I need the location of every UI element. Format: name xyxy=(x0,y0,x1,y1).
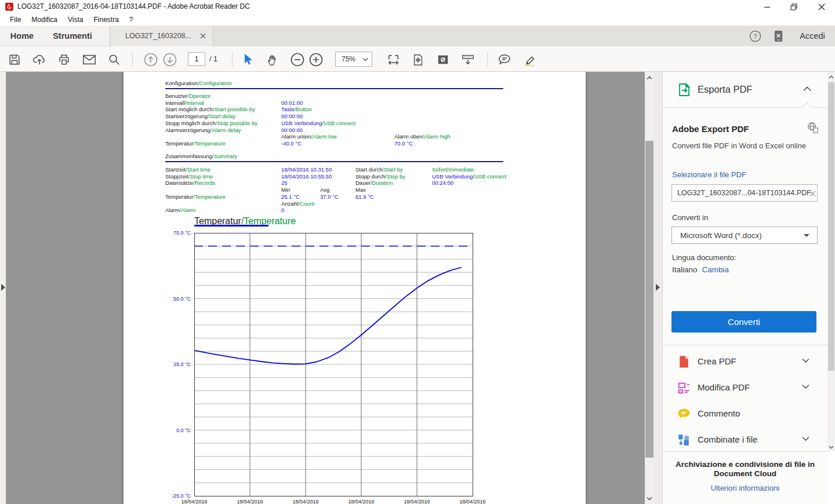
next-page-button[interactable] xyxy=(161,51,179,68)
export-pdf-subtitle: Converti file PDF in Word o Excel online xyxy=(672,141,806,150)
zoom-in-button[interactable] xyxy=(307,51,325,68)
pdf-cell: 18/04/2016 10.31.50 xyxy=(281,166,332,173)
fullscreen-icon xyxy=(437,53,449,66)
pdf-cell: Alarmverzögerung/Alarm delay xyxy=(165,127,241,133)
panel-scrollbar-thumb[interactable] xyxy=(828,82,834,371)
x-axis-tick-label: 18/04/2016 xyxy=(456,499,489,504)
help-button[interactable]: ? xyxy=(746,25,764,46)
document-scrollbar[interactable] xyxy=(645,72,654,504)
tab-document[interactable]: LOG32T_1603208... xyxy=(110,25,213,46)
print-icon xyxy=(57,53,71,66)
panel-scrollbar[interactable] xyxy=(827,72,835,451)
pdf-cell: 00:24:00 xyxy=(432,180,453,186)
pdf-cell: 25.1 °C xyxy=(281,193,300,200)
pdf-cell: 0 xyxy=(281,207,284,213)
hand-tool-button[interactable] xyxy=(264,51,281,68)
scrollbar-thumb[interactable] xyxy=(645,141,654,458)
acrobat-app-icon xyxy=(5,2,14,11)
change-language-link[interactable]: Cambia xyxy=(702,265,729,274)
more-info-link[interactable]: Ulteriori informazioni xyxy=(671,484,819,492)
fit-width-button[interactable] xyxy=(384,51,402,68)
export-pdf-icon xyxy=(677,82,692,97)
right-pane-collapse-strip[interactable] xyxy=(654,72,662,504)
pdf-cell: Alarm/Alarm xyxy=(165,207,195,213)
tab-home[interactable]: Home xyxy=(7,25,37,46)
fit-page-icon xyxy=(412,53,424,67)
section-rule xyxy=(165,161,503,162)
search-icon xyxy=(108,53,121,66)
pdf-row: Stopp möglich durch/Stop possible byUSB … xyxy=(165,120,548,127)
tool-item-commento[interactable]: Commento xyxy=(663,401,828,427)
highlight-tool-button[interactable] xyxy=(521,51,538,68)
tab-tools[interactable]: Strumenti xyxy=(49,25,96,46)
convert-button[interactable]: Converti xyxy=(671,311,816,333)
config-section-heading: Konfiguration/Configuration xyxy=(165,80,232,86)
pdf-cell: 37.0 °C xyxy=(320,193,339,200)
print-button[interactable] xyxy=(55,51,72,68)
mobile-device-button[interactable] xyxy=(769,25,787,46)
temperature-chart xyxy=(194,233,473,496)
minimize-button[interactable] xyxy=(757,0,777,13)
save-button[interactable] xyxy=(6,51,23,68)
fullscreen-button[interactable] xyxy=(434,51,452,68)
page-number-input[interactable] xyxy=(188,52,205,66)
save-icon xyxy=(8,53,21,66)
menu-item-1[interactable]: Modifica xyxy=(26,14,63,25)
tool-item-label: Commento xyxy=(698,408,740,418)
remove-file-button[interactable] xyxy=(809,189,816,199)
chevron-up-icon xyxy=(803,86,811,92)
pdf-cell: Max xyxy=(355,187,366,193)
comment-tool-button[interactable] xyxy=(496,51,513,68)
menu-item-0[interactable]: File xyxy=(5,14,26,25)
next-page-icon xyxy=(162,52,177,67)
pdf-cell: 00:00:00 xyxy=(281,113,303,119)
pdf-cell: 00:00:00 xyxy=(281,127,303,133)
restore-button[interactable] xyxy=(784,0,804,13)
upload-cloud-button[interactable] xyxy=(31,51,48,68)
left-pane-collapse-strip[interactable] xyxy=(0,72,6,504)
panel-divider xyxy=(663,345,828,345)
scroll-down-icon[interactable] xyxy=(645,494,654,503)
export-pdf-header[interactable]: Esporta PDF xyxy=(663,72,827,108)
menu-item-2[interactable]: Vista xyxy=(63,14,88,25)
edit-pdf-icon xyxy=(677,381,691,395)
search-button[interactable] xyxy=(106,51,123,68)
pdf-row: Temperatur/Temperature-40.0 °C70.0 °C xyxy=(165,140,548,147)
panel-scroll-down-icon[interactable] xyxy=(827,443,835,452)
pdf-cell: 18/04/2016 10.55.50 xyxy=(281,173,332,180)
close-tab-button[interactable] xyxy=(198,31,208,41)
pdf-cell: Min xyxy=(281,187,290,193)
tools-panel: Esporta PDF Adobe Export PDF Converti fi… xyxy=(662,72,827,504)
format-select[interactable]: Microsoft Word (*.docx) xyxy=(671,227,818,244)
pdf-cell: Alarm unten/Alarm low xyxy=(281,133,337,140)
combine-files-icon xyxy=(677,433,691,447)
comment-icon xyxy=(677,407,691,421)
select-tool-button[interactable] xyxy=(239,51,256,68)
pdf-row: Startzeit/Start time18/04/2016 10.31.50S… xyxy=(165,166,548,173)
hand-tool-icon xyxy=(266,53,279,67)
tool-item-crea-pdf[interactable]: Crea PDF xyxy=(663,349,828,375)
zoom-out-button[interactable] xyxy=(289,51,306,68)
minimize-icon xyxy=(764,3,771,10)
menu-item-3[interactable]: Finestra xyxy=(89,14,124,25)
remove-file-icon xyxy=(809,191,816,197)
pdf-row: Intervall/Interval00:01:00 xyxy=(165,100,548,107)
sign-in-button[interactable]: Accedi xyxy=(794,25,830,46)
window-title: LOG32T_16032087_2016-04-18T103144.PDF - … xyxy=(17,2,250,10)
close-button[interactable] xyxy=(812,0,832,13)
zoom-level-dropdown[interactable]: 75% xyxy=(335,52,372,67)
fit-page-button[interactable] xyxy=(409,51,427,68)
panel-scroll-up-icon[interactable] xyxy=(827,72,835,82)
previous-page-button[interactable] xyxy=(142,51,159,68)
pdf-cell: Datensätze/Records xyxy=(165,180,215,186)
tool-item-combinate-i-file[interactable]: Combinate i file xyxy=(663,427,828,453)
selected-file-chip[interactable]: LOG32T_16032087...04-18T103144.PDF xyxy=(671,184,818,202)
pdf-cell: Stoppzeit/Stop time xyxy=(165,173,213,180)
menu-item-4[interactable]: ? xyxy=(124,14,139,25)
scroll-up-icon[interactable] xyxy=(645,73,654,82)
chevron-down-icon xyxy=(802,436,809,441)
tool-item-modifica-pdf[interactable]: Modifica PDF xyxy=(663,375,828,401)
tool-item-label: Crea PDF xyxy=(698,356,736,366)
email-button[interactable] xyxy=(81,51,98,68)
dock-toolbar-button[interactable] xyxy=(459,51,477,68)
